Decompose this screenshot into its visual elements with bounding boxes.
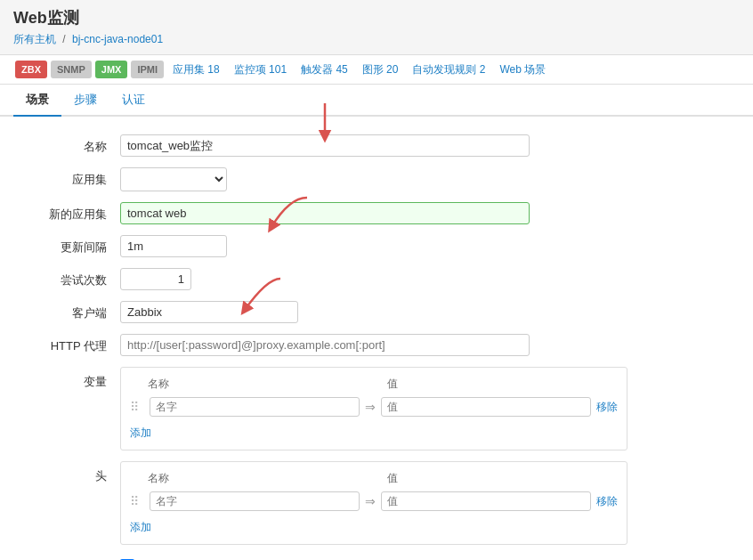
name-row: 名称: [13, 134, 740, 157]
headers-row: 头 名称 值 ⠿ ⇒ 移除 添加: [13, 461, 740, 545]
variables-row: 变量 名称 值 ⠿ ⇒ 移除 添加: [13, 367, 740, 450]
enabled-row: 已启用: [13, 556, 740, 560]
var-remove-link[interactable]: 移除: [596, 400, 618, 415]
arrow-agent: [218, 274, 289, 319]
app-control: 默认: [120, 167, 530, 191]
hdr-name-input[interactable]: [150, 491, 360, 511]
interval-row: 更新间隔: [13, 235, 740, 257]
badge-snmp[interactable]: SNMP: [51, 61, 92, 78]
badge-jmx[interactable]: JMX: [95, 61, 128, 78]
app-label: 应用集: [13, 167, 120, 188]
nav-link-trigger[interactable]: 触发器 45: [301, 62, 348, 77]
variables-add-link[interactable]: 添加: [130, 426, 151, 441]
nav-link-discover[interactable]: 自动发现规则 2: [412, 62, 485, 77]
new-app-control: [120, 202, 530, 224]
drag-handle-icon[interactable]: ⠿: [130, 400, 144, 414]
tab-scene[interactable]: 场景: [13, 85, 61, 117]
http-proxy-label: HTTP 代理: [13, 334, 120, 354]
headers-item: ⠿ ⇒ 移除: [130, 491, 618, 511]
hdr-col-name: 名称: [148, 471, 334, 486]
hdr-value-input[interactable]: [381, 491, 591, 511]
http-proxy-control: [120, 334, 530, 356]
tabs: 场景 步骤 认证: [0, 85, 753, 117]
hdr-arrow-symbol: ⇒: [365, 494, 376, 508]
app-row: 应用集 默认: [13, 167, 740, 191]
breadcrumb-separator: /: [62, 33, 69, 45]
new-app-row: 新的应用集: [13, 202, 740, 224]
form-content: 名称 应用集 默认 新的应用集 更新间隔: [0, 117, 753, 560]
interval-input[interactable]: [120, 235, 227, 257]
arrow-newapp: [245, 193, 316, 238]
interval-label: 更新间隔: [13, 235, 120, 256]
hdr-remove-link[interactable]: 移除: [596, 494, 618, 509]
retries-control: [120, 268, 191, 290]
tab-steps[interactable]: 步骤: [61, 85, 109, 117]
headers-add-link[interactable]: 添加: [130, 520, 151, 535]
http-proxy-input[interactable]: [120, 334, 530, 356]
tab-auth[interactable]: 认证: [109, 85, 158, 117]
new-app-input[interactable]: [120, 202, 530, 224]
breadcrumb-host[interactable]: bj-cnc-java-node01: [72, 33, 163, 45]
retries-input[interactable]: [120, 268, 191, 290]
headers-label: 头: [13, 461, 120, 484]
var-col-name: 名称: [148, 377, 334, 392]
var-value-input[interactable]: [381, 397, 591, 417]
breadcrumb: 所有主机 / bj-cnc-java-node01: [13, 32, 740, 47]
variables-label: 变量: [13, 367, 120, 390]
agent-label: 客户端: [13, 301, 120, 321]
headers-section: 名称 值 ⠿ ⇒ 移除 添加: [120, 461, 628, 545]
new-app-label: 新的应用集: [13, 202, 120, 223]
nav-link-graph[interactable]: 图形 20: [362, 62, 399, 77]
http-proxy-row: HTTP 代理: [13, 334, 740, 356]
nav-link-web[interactable]: Web 场景: [499, 62, 546, 77]
var-name-input[interactable]: [150, 397, 360, 417]
badge-zbx[interactable]: ZBX: [15, 61, 47, 78]
retries-row: 尝试次数: [13, 268, 740, 290]
page-header: Web监测 所有主机 / bj-cnc-java-node01: [0, 0, 753, 55]
name-label: 名称: [13, 134, 120, 155]
agent-row: 客户端: [13, 301, 740, 323]
var-col-value: 值: [387, 377, 573, 392]
arrow-name: [298, 99, 352, 143]
variables-section: 名称 值 ⠿ ⇒ 移除 添加: [120, 367, 628, 450]
breadcrumb-all-hosts[interactable]: 所有主机: [13, 33, 56, 45]
enabled-label: 已启用: [13, 556, 120, 560]
app-select[interactable]: 默认: [120, 167, 227, 191]
hdr-drag-handle-icon[interactable]: ⠿: [130, 494, 144, 508]
nav-link-app[interactable]: 应用集 18: [173, 62, 220, 77]
headers-header: 名称 值: [130, 471, 618, 486]
badge-ipmi[interactable]: IPMI: [131, 61, 164, 78]
hdr-col-value: 值: [387, 471, 573, 486]
arrow-symbol: ⇒: [365, 400, 376, 414]
nav-bar: ZBX SNMP JMX IPMI 应用集 18 监控项 101 触发器 45 …: [0, 55, 753, 85]
nav-link-monitor[interactable]: 监控项 101: [234, 62, 287, 77]
page-title: Web监测: [13, 7, 740, 28]
retries-label: 尝试次数: [13, 268, 120, 288]
variables-header: 名称 值: [130, 377, 618, 392]
variables-item: ⠿ ⇒ 移除: [130, 397, 618, 417]
interval-control: [120, 235, 227, 257]
